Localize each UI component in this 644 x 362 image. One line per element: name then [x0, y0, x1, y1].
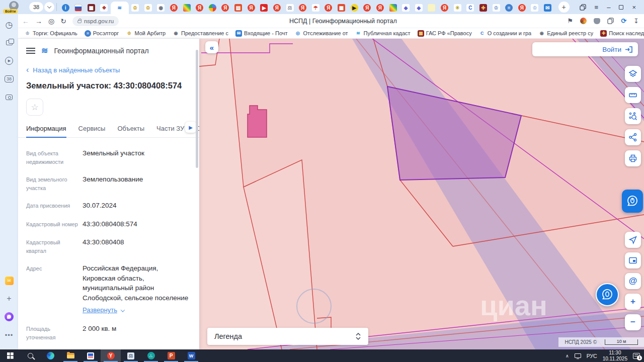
reload-icon[interactable]: ↻	[60, 18, 66, 25]
bookmark-item[interactable]: ✚Поиск наследстве	[600, 30, 644, 37]
measure-button[interactable]	[625, 87, 641, 103]
extension-icon[interactable]	[580, 18, 587, 24]
taskbar-app-sbis[interactable]: ∴	[141, 349, 161, 362]
bookmark-item[interactable]: ✉Входящие - Почт	[235, 30, 287, 37]
minimap-button[interactable]	[625, 252, 641, 268]
browser-tab[interactable]: ▤	[232, 2, 245, 14]
browser-tab[interactable]	[206, 2, 219, 14]
tab-counter[interactable]: 38	[29, 2, 43, 12]
browser-tab[interactable]: ❖	[98, 2, 111, 14]
yandex-mail-icon[interactable]: ✉	[3, 274, 16, 287]
taskbar-app-word[interactable]: W	[181, 349, 201, 362]
maximize-icon[interactable]	[619, 5, 623, 10]
bookmark-item[interactable]: ♔Мой Арбитр	[126, 30, 166, 37]
browser-tab[interactable]: ▶	[258, 2, 271, 14]
browser-menu-icon[interactable]: ≡	[595, 4, 599, 11]
browser-tab[interactable]: Я	[219, 2, 232, 14]
sync-icon[interactable]: ⟳	[621, 18, 626, 24]
browser-tab[interactable]: C	[464, 2, 477, 14]
browser-tab[interactable]: ▶	[348, 2, 361, 14]
panel-tab-информация[interactable]: Информация	[26, 121, 66, 138]
taskbar-app-yandex[interactable]: Y	[101, 349, 121, 362]
browser-tab[interactable]: Я	[322, 2, 335, 14]
bookmark-item[interactable]: ≡Росэлторг	[85, 30, 119, 37]
chat-fab-button[interactable]	[596, 283, 619, 306]
back-icon[interactable]: ←	[22, 18, 29, 25]
screenshot-icon[interactable]	[3, 90, 16, 104]
map-canvas[interactable]: циан	[199, 39, 644, 349]
browser-tab[interactable]: Я	[361, 2, 374, 14]
taskbar-app-start[interactable]	[0, 349, 20, 362]
print-button[interactable]	[625, 150, 641, 166]
taskbar-app-justice[interactable]: ⚖	[121, 349, 141, 362]
taskbar-app-search[interactable]	[20, 349, 40, 362]
browser-tab[interactable]: Я	[271, 2, 284, 14]
tab-count-icon[interactable]: 38	[3, 72, 16, 85]
map-login-bar[interactable]: Войти	[532, 42, 638, 56]
browser-tab[interactable]: Я	[438, 2, 451, 14]
shield-icon[interactable]	[594, 18, 600, 24]
browser-tab[interactable]: ◉	[154, 2, 168, 14]
browser-tab[interactable]	[72, 2, 85, 14]
browser-tab[interactable]: ☂	[309, 2, 323, 14]
favorite-star-button[interactable]: ☆	[26, 99, 43, 116]
browser-tab[interactable]	[180, 2, 193, 14]
panels-icon[interactable]	[3, 36, 16, 49]
browser-tab[interactable]: Я	[168, 2, 181, 14]
browser-tab[interactable]: ♔	[141, 2, 154, 14]
tabs-scroll-next-button[interactable]: ▶	[185, 122, 196, 133]
taskbar-app-explorer[interactable]	[60, 349, 80, 362]
hidden-icons-chevron[interactable]: ∧	[566, 353, 569, 358]
browser-tab[interactable]: ◈	[399, 2, 413, 14]
browser-tab[interactable]: Я	[245, 2, 258, 14]
bookmark-item[interactable]: ◉Единый реестр су	[538, 30, 593, 37]
panel-collapse-button[interactable]: «	[205, 41, 218, 53]
browser-tab[interactable]: ⚖	[283, 2, 296, 14]
browser-tab[interactable]: ▦	[85, 2, 98, 14]
browser-tab[interactable]: ≡	[503, 2, 516, 14]
address-bar[interactable]: nspd.gov.ru	[72, 16, 119, 26]
panel-scrollbar[interactable]	[196, 50, 198, 168]
bookmark-item[interactable]: ▦ГАС РФ «Правосу	[418, 30, 472, 37]
clock[interactable]: 11:30 10.11.2025	[603, 350, 627, 362]
browser-tab[interactable]: ♔	[129, 2, 142, 14]
tab-counter-dropdown[interactable]	[44, 2, 54, 12]
browser-tab[interactable]: i	[59, 2, 72, 14]
browser-tab[interactable]: Я	[374, 2, 387, 14]
browser-tab[interactable]: ✚	[477, 2, 490, 14]
download-icon[interactable]: ↧	[633, 18, 639, 24]
panel-tab-сервисы[interactable]: Сервисы	[78, 121, 106, 137]
legend-bar[interactable]: Легенда	[207, 328, 368, 345]
player-icon[interactable]: ▶	[3, 54, 16, 67]
zoom-in-button[interactable]: +	[625, 294, 641, 310]
browser-tab[interactable]: Я	[296, 2, 309, 14]
forward-icon[interactable]: →	[35, 18, 42, 25]
taskbar-app-powerpoint[interactable]: P	[161, 349, 181, 362]
tab-panel-icon[interactable]	[580, 4, 586, 11]
taskbar-app-edge[interactable]	[40, 349, 60, 362]
bookmark-item[interactable]: CО создании и гра	[479, 30, 531, 37]
bookmark-flag-icon[interactable]: ⚑	[568, 18, 574, 24]
geolocation-button[interactable]	[625, 232, 641, 248]
bookmark-item[interactable]: ◉Предоставление с	[173, 30, 228, 37]
alice-icon[interactable]	[3, 310, 16, 323]
object-search-button[interactable]	[625, 108, 641, 124]
taskbar-app-consultant[interactable]	[80, 349, 101, 362]
collections-icon[interactable]	[607, 18, 614, 24]
close-icon[interactable]: ×	[632, 4, 636, 11]
panel-tab-объекты[interactable]: Объекты	[117, 121, 144, 137]
protect-icon[interactable]: ◎	[48, 18, 54, 25]
share-button[interactable]	[625, 129, 641, 145]
browser-profile[interactable]: Войти	[2, 0, 28, 14]
panel-tab-части зу[interactable]: Части ЗУ	[156, 121, 184, 137]
sidebar-more-icon[interactable]: •••	[3, 328, 16, 341]
minimize-icon[interactable]: –	[607, 4, 610, 11]
browser-tab[interactable]: Я	[516, 2, 529, 14]
back-to-results-link[interactable]: ‹ Назад в найденные объекты	[18, 58, 199, 76]
browser-tab[interactable]: ▦	[335, 2, 348, 14]
language-indicator[interactable]: РУС	[587, 353, 597, 359]
network-icon[interactable]	[575, 353, 581, 358]
address-expand-link[interactable]: Развернуть	[83, 306, 124, 315]
browser-tab[interactable]: ♔	[528, 2, 541, 14]
browser-tab[interactable]: ✳	[451, 2, 464, 14]
